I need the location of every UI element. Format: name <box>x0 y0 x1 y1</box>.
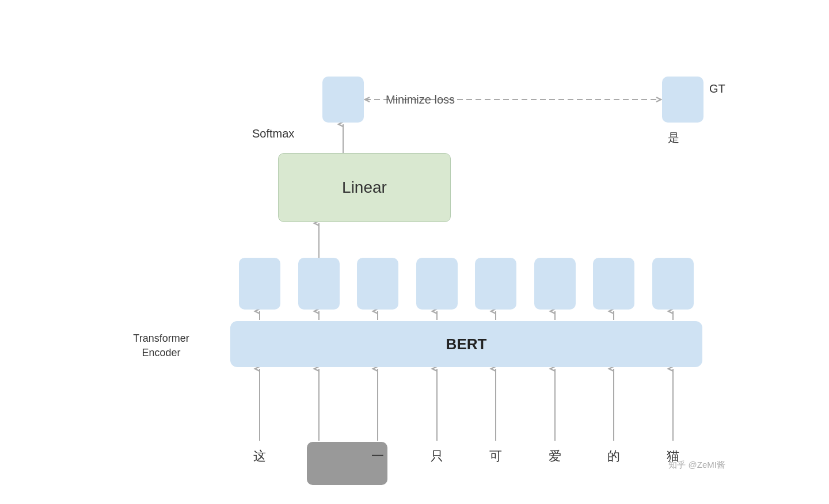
watermark: 知乎 @ZeMI酱 <box>668 460 725 471</box>
token-box-2 <box>298 258 340 310</box>
token-boxes-row <box>230 258 702 310</box>
minimize-loss-label: Minimize loss <box>386 93 455 106</box>
linear-block: Linear <box>278 153 451 222</box>
arrows-svg <box>98 16 731 488</box>
diagram-container: BERT Transformer Encoder Linear Softmax … <box>98 16 731 488</box>
input-token-6: 爱 <box>534 448 576 465</box>
input-token-7: 的 <box>593 448 634 465</box>
encoder-label-line2: Encoder <box>142 347 180 358</box>
input-token-5: 可 <box>475 448 516 465</box>
gt-box <box>662 77 703 123</box>
input-token-1: 这 <box>239 448 280 465</box>
gt-chinese-label: 是 <box>668 130 679 146</box>
token-box-6 <box>534 258 576 310</box>
softmax-output-box <box>322 77 364 123</box>
gt-label: GT <box>709 82 725 96</box>
token-box-1 <box>239 258 280 310</box>
token-box-3 <box>357 258 398 310</box>
bert-label: BERT <box>446 335 487 353</box>
input-token-4: 只 <box>416 448 458 465</box>
token-box-7 <box>593 258 634 310</box>
encoder-label: Transformer Encoder <box>98 331 225 360</box>
token-box-5 <box>475 258 516 310</box>
encoder-label-line1: Transformer <box>133 333 189 344</box>
input-tokens-row: 这 一 只 可 爱 的 猫 <box>230 448 702 465</box>
bert-block: BERT <box>230 321 702 367</box>
token-box-4 <box>416 258 458 310</box>
softmax-label: Softmax <box>252 127 294 140</box>
input-token-3: 一 <box>357 448 398 465</box>
token-box-8 <box>652 258 694 310</box>
linear-label: Linear <box>342 178 387 197</box>
